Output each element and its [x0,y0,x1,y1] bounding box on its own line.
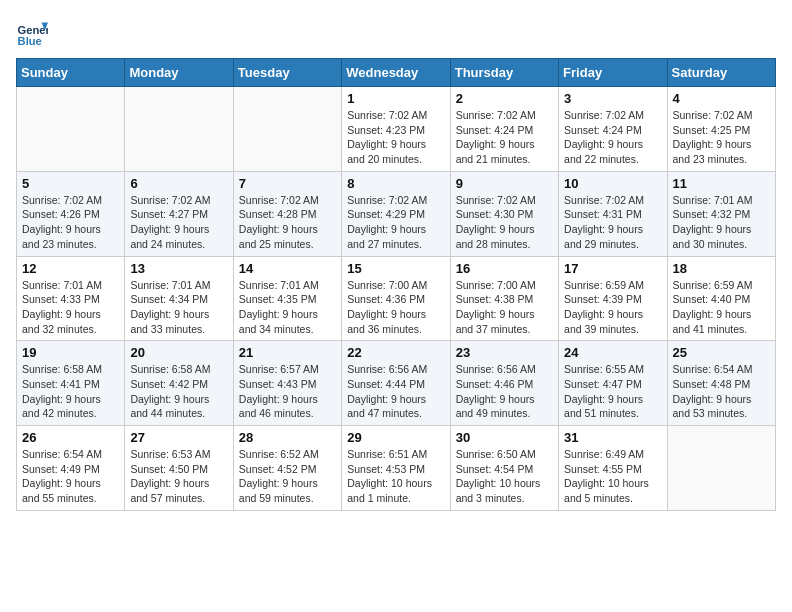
calendar-day-7: 7Sunrise: 7:02 AM Sunset: 4:28 PM Daylig… [233,171,341,256]
calendar-day-6: 6Sunrise: 7:02 AM Sunset: 4:27 PM Daylig… [125,171,233,256]
calendar-day-8: 8Sunrise: 7:02 AM Sunset: 4:29 PM Daylig… [342,171,450,256]
weekday-sunday: Sunday [17,59,125,87]
day-detail: Sunrise: 7:02 AM Sunset: 4:28 PM Dayligh… [239,193,336,252]
weekday-monday: Monday [125,59,233,87]
day-number: 12 [22,261,119,276]
day-detail: Sunrise: 7:02 AM Sunset: 4:26 PM Dayligh… [22,193,119,252]
day-number: 30 [456,430,553,445]
day-number: 4 [673,91,770,106]
day-detail: Sunrise: 6:59 AM Sunset: 4:40 PM Dayligh… [673,278,770,337]
day-detail: Sunrise: 6:52 AM Sunset: 4:52 PM Dayligh… [239,447,336,506]
day-detail: Sunrise: 6:54 AM Sunset: 4:48 PM Dayligh… [673,362,770,421]
logo-icon: General Blue [16,16,48,48]
calendar-day-2: 2Sunrise: 7:02 AM Sunset: 4:24 PM Daylig… [450,87,558,172]
day-detail: Sunrise: 7:01 AM Sunset: 4:33 PM Dayligh… [22,278,119,337]
day-detail: Sunrise: 7:02 AM Sunset: 4:27 PM Dayligh… [130,193,227,252]
day-detail: Sunrise: 7:02 AM Sunset: 4:25 PM Dayligh… [673,108,770,167]
day-number: 10 [564,176,661,191]
day-detail: Sunrise: 7:02 AM Sunset: 4:24 PM Dayligh… [564,108,661,167]
day-number: 7 [239,176,336,191]
calendar-day-23: 23Sunrise: 6:56 AM Sunset: 4:46 PM Dayli… [450,341,558,426]
day-number: 20 [130,345,227,360]
weekday-saturday: Saturday [667,59,775,87]
day-number: 19 [22,345,119,360]
day-number: 8 [347,176,444,191]
calendar-day-11: 11Sunrise: 7:01 AM Sunset: 4:32 PM Dayli… [667,171,775,256]
day-detail: Sunrise: 6:58 AM Sunset: 4:42 PM Dayligh… [130,362,227,421]
day-number: 11 [673,176,770,191]
day-number: 28 [239,430,336,445]
empty-cell [233,87,341,172]
day-detail: Sunrise: 7:02 AM Sunset: 4:30 PM Dayligh… [456,193,553,252]
calendar-day-21: 21Sunrise: 6:57 AM Sunset: 4:43 PM Dayli… [233,341,341,426]
day-number: 26 [22,430,119,445]
day-detail: Sunrise: 7:01 AM Sunset: 4:34 PM Dayligh… [130,278,227,337]
day-detail: Sunrise: 6:50 AM Sunset: 4:54 PM Dayligh… [456,447,553,506]
calendar-day-10: 10Sunrise: 7:02 AM Sunset: 4:31 PM Dayli… [559,171,667,256]
day-number: 1 [347,91,444,106]
day-number: 27 [130,430,227,445]
day-detail: Sunrise: 6:58 AM Sunset: 4:41 PM Dayligh… [22,362,119,421]
calendar-day-17: 17Sunrise: 6:59 AM Sunset: 4:39 PM Dayli… [559,256,667,341]
calendar-day-4: 4Sunrise: 7:02 AM Sunset: 4:25 PM Daylig… [667,87,775,172]
day-number: 14 [239,261,336,276]
calendar-day-12: 12Sunrise: 7:01 AM Sunset: 4:33 PM Dayli… [17,256,125,341]
calendar-day-9: 9Sunrise: 7:02 AM Sunset: 4:30 PM Daylig… [450,171,558,256]
weekday-wednesday: Wednesday [342,59,450,87]
day-number: 2 [456,91,553,106]
day-detail: Sunrise: 6:59 AM Sunset: 4:39 PM Dayligh… [564,278,661,337]
calendar-body: 1Sunrise: 7:02 AM Sunset: 4:23 PM Daylig… [17,87,776,511]
day-number: 9 [456,176,553,191]
calendar-week-4: 19Sunrise: 6:58 AM Sunset: 4:41 PM Dayli… [17,341,776,426]
calendar-day-5: 5Sunrise: 7:02 AM Sunset: 4:26 PM Daylig… [17,171,125,256]
day-detail: Sunrise: 7:02 AM Sunset: 4:31 PM Dayligh… [564,193,661,252]
calendar-day-13: 13Sunrise: 7:01 AM Sunset: 4:34 PM Dayli… [125,256,233,341]
calendar-day-22: 22Sunrise: 6:56 AM Sunset: 4:44 PM Dayli… [342,341,450,426]
empty-cell [667,426,775,511]
calendar-day-24: 24Sunrise: 6:55 AM Sunset: 4:47 PM Dayli… [559,341,667,426]
weekday-header-row: SundayMondayTuesdayWednesdayThursdayFrid… [17,59,776,87]
calendar-day-25: 25Sunrise: 6:54 AM Sunset: 4:48 PM Dayli… [667,341,775,426]
day-detail: Sunrise: 6:56 AM Sunset: 4:44 PM Dayligh… [347,362,444,421]
calendar-day-16: 16Sunrise: 7:00 AM Sunset: 4:38 PM Dayli… [450,256,558,341]
day-number: 24 [564,345,661,360]
calendar-day-3: 3Sunrise: 7:02 AM Sunset: 4:24 PM Daylig… [559,87,667,172]
calendar-day-1: 1Sunrise: 7:02 AM Sunset: 4:23 PM Daylig… [342,87,450,172]
calendar-day-29: 29Sunrise: 6:51 AM Sunset: 4:53 PM Dayli… [342,426,450,511]
day-detail: Sunrise: 7:02 AM Sunset: 4:24 PM Dayligh… [456,108,553,167]
calendar-day-27: 27Sunrise: 6:53 AM Sunset: 4:50 PM Dayli… [125,426,233,511]
day-detail: Sunrise: 6:54 AM Sunset: 4:49 PM Dayligh… [22,447,119,506]
calendar-day-31: 31Sunrise: 6:49 AM Sunset: 4:55 PM Dayli… [559,426,667,511]
weekday-thursday: Thursday [450,59,558,87]
day-number: 22 [347,345,444,360]
svg-text:Blue: Blue [18,35,42,47]
logo: General Blue [16,16,48,48]
day-number: 16 [456,261,553,276]
calendar-day-28: 28Sunrise: 6:52 AM Sunset: 4:52 PM Dayli… [233,426,341,511]
day-detail: Sunrise: 7:01 AM Sunset: 4:32 PM Dayligh… [673,193,770,252]
day-number: 18 [673,261,770,276]
day-number: 21 [239,345,336,360]
day-number: 25 [673,345,770,360]
day-detail: Sunrise: 7:01 AM Sunset: 4:35 PM Dayligh… [239,278,336,337]
page-header: General Blue [16,16,776,48]
calendar-week-1: 1Sunrise: 7:02 AM Sunset: 4:23 PM Daylig… [17,87,776,172]
day-number: 13 [130,261,227,276]
day-detail: Sunrise: 6:49 AM Sunset: 4:55 PM Dayligh… [564,447,661,506]
day-number: 3 [564,91,661,106]
day-detail: Sunrise: 6:53 AM Sunset: 4:50 PM Dayligh… [130,447,227,506]
calendar-day-18: 18Sunrise: 6:59 AM Sunset: 4:40 PM Dayli… [667,256,775,341]
day-detail: Sunrise: 6:57 AM Sunset: 4:43 PM Dayligh… [239,362,336,421]
day-detail: Sunrise: 7:02 AM Sunset: 4:29 PM Dayligh… [347,193,444,252]
day-number: 17 [564,261,661,276]
weekday-tuesday: Tuesday [233,59,341,87]
calendar-day-20: 20Sunrise: 6:58 AM Sunset: 4:42 PM Dayli… [125,341,233,426]
calendar-week-5: 26Sunrise: 6:54 AM Sunset: 4:49 PM Dayli… [17,426,776,511]
calendar-day-14: 14Sunrise: 7:01 AM Sunset: 4:35 PM Dayli… [233,256,341,341]
day-number: 15 [347,261,444,276]
empty-cell [17,87,125,172]
calendar-table: SundayMondayTuesdayWednesdayThursdayFrid… [16,58,776,511]
day-detail: Sunrise: 7:00 AM Sunset: 4:36 PM Dayligh… [347,278,444,337]
calendar-day-26: 26Sunrise: 6:54 AM Sunset: 4:49 PM Dayli… [17,426,125,511]
day-number: 23 [456,345,553,360]
